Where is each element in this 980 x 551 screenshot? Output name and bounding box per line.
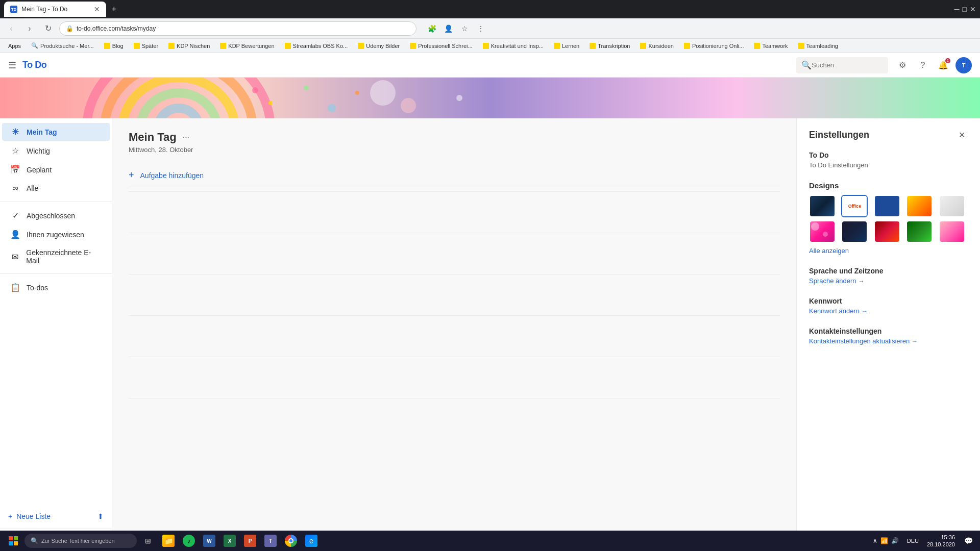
email-icon: ✉ — [10, 252, 20, 262]
settings-icon-btn[interactable]: ⚙ — [894, 57, 911, 73]
close-window-btn[interactable]: ✕ — [970, 5, 976, 13]
design-blue-solid[interactable] — [874, 195, 900, 217]
chevron-up-icon[interactable]: ∧ — [873, 537, 877, 544]
sidebar-item-gekennzeichnete-email[interactable]: ✉ Gekennzeichnete E-Mail — [2, 244, 110, 269]
notification-icon-btn[interactable]: 🔔 1 — [935, 57, 951, 73]
reload-button[interactable]: ↻ — [41, 21, 55, 36]
bookmark-teamleading[interactable]: Teamleading — [794, 42, 842, 50]
taskbar-word[interactable]: W — [200, 532, 218, 550]
forward-button[interactable]: › — [22, 21, 37, 36]
bookmark-kdp-nischen[interactable]: KDP Nischen — [164, 42, 214, 50]
bookmark-kursideen[interactable]: Kursideen — [636, 42, 678, 50]
taskbar-powerpoint[interactable]: P — [241, 532, 259, 550]
svg-point-13 — [456, 95, 462, 101]
bookmark-kdp-bewertungen[interactable]: KDP Bewertungen — [216, 42, 278, 50]
show-all-designs-link[interactable]: Alle anzeigen — [809, 247, 968, 255]
sidebar-item-label-geplant: Geplant — [27, 166, 52, 174]
avatar[interactable]: T — [955, 57, 972, 73]
bookmark-blog[interactable]: Blog — [100, 42, 128, 50]
todo-settings-link[interactable]: To Do Einstellungen — [809, 161, 968, 169]
header-banner — [0, 78, 980, 118]
apps-label: Apps — [8, 43, 21, 49]
svg-point-12 — [355, 91, 359, 95]
contact-update-link[interactable]: Kontakteinstellungen aktualisieren → — [809, 337, 968, 345]
add-task-row[interactable]: + Aufgabe hinzufügen — [129, 164, 780, 187]
check-icon: ✓ — [10, 211, 20, 220]
design-dark-wave[interactable] — [841, 220, 868, 243]
taskbar-chrome[interactable] — [282, 532, 300, 550]
sidebar-item-ihnen-zugewiesen[interactable]: 👤 Ihnen zugewiesen — [2, 226, 110, 243]
design-light-gray[interactable] — [939, 195, 965, 217]
extensions-btn[interactable]: 🧩 — [425, 21, 439, 36]
taskbar-explorer[interactable]: 📁 — [159, 532, 178, 550]
list-icon: 📋 — [10, 283, 20, 292]
sidebar-item-mein-tag[interactable]: ☀ Mein Tag — [2, 123, 110, 141]
address-bar[interactable]: 🔒 to-do.office.com/tasks/myday — [59, 21, 416, 36]
arrow-icon: → — [859, 278, 865, 285]
settings-section-contact: Kontakteinstellungen Kontakteinstellunge… — [809, 327, 968, 345]
bookmark-udemy[interactable]: Udemy Bilder — [354, 42, 404, 50]
new-list-button[interactable]: + Neue Liste ⬆ — [0, 508, 112, 524]
notification-center-icon[interactable]: 💬 — [961, 537, 976, 545]
taskbar-task-view[interactable]: ⊞ — [139, 532, 157, 550]
bookmark-transkription[interactable]: Transkription — [585, 42, 634, 50]
taskbar-spotify[interactable]: ♪ — [180, 532, 198, 550]
hamburger-menu[interactable]: ☰ — [8, 60, 16, 71]
design-dark-blue-inner — [810, 196, 835, 216]
bookmark-kreativitaet[interactable]: Kreativität und Insp... — [479, 42, 548, 50]
bookmark-teamwork[interactable]: Teamwork — [750, 42, 792, 50]
sidebar-item-todos[interactable]: 📋 To-dos — [2, 279, 110, 296]
design-gradient-warm[interactable] — [906, 195, 933, 217]
bookmark-streamlabs[interactable]: Streamlabs OBS Ko... — [281, 42, 352, 50]
bookmark-lernen[interactable]: Lernen — [550, 42, 583, 50]
design-gray-inner — [940, 196, 964, 216]
profile-btn[interactable]: 👤 — [441, 21, 455, 36]
content-area: Mein Tag ··· Mittwoch, 28. Oktober + Auf… — [112, 118, 796, 551]
design-warm-inner — [907, 196, 932, 216]
sidebar-item-wichtig[interactable]: ☆ Wichtig — [2, 142, 110, 160]
bookmark-spaeter[interactable]: Später — [130, 42, 162, 50]
new-tab-button[interactable]: + — [108, 4, 120, 15]
help-icon-btn[interactable]: ? — [915, 57, 931, 73]
language-change-link[interactable]: Sprache ändern → — [809, 277, 968, 285]
sidebar-item-geplant[interactable]: 📅 Geplant — [2, 161, 110, 179]
tab-favicon: TD — [10, 6, 17, 13]
minimize-btn[interactable]: ─ — [954, 5, 960, 13]
design-pink-fade[interactable] — [939, 220, 965, 243]
taskbar-teams[interactable]: T — [261, 532, 280, 550]
design-red-pattern[interactable] — [874, 220, 900, 243]
sidebar-divider-2 — [0, 273, 112, 274]
taskbar-search-box[interactable]: 🔍 Zur Suche Text hier eingeben — [24, 534, 137, 548]
design-green-pattern[interactable] — [906, 220, 933, 243]
password-change-link[interactable]: Kennwort ändern → — [809, 307, 968, 315]
design-office[interactable]: Office — [841, 195, 868, 217]
svg-rect-18 — [9, 541, 13, 545]
sidebar-item-abgeschlossen[interactable]: ✓ Abgeschlossen — [2, 207, 110, 224]
taskbar-edge[interactable]: e — [302, 532, 321, 550]
taskbar-excel[interactable]: X — [220, 532, 239, 550]
sidebar-item-alle[interactable]: ∞ Alle — [2, 180, 110, 197]
settings-title: Einstellungen — [809, 130, 869, 140]
settings-close-btn[interactable]: ✕ — [955, 129, 968, 141]
browser-tab[interactable]: TD Mein Tag - To Do ✕ — [4, 2, 106, 17]
settings-section-designs: Designs Office — [809, 181, 968, 255]
bookmark-btn[interactable]: ☆ — [457, 21, 472, 36]
more-options-btn[interactable]: ··· — [183, 133, 189, 142]
bookmark-professionell[interactable]: Professionell Schrei... — [406, 42, 476, 50]
search-box[interactable]: 🔍 — [796, 57, 888, 73]
sidebar-item-label-mein-tag: Mein Tag — [27, 128, 57, 136]
search-input[interactable] — [812, 61, 883, 69]
apps-bookmark[interactable]: Apps — [4, 42, 25, 50]
svg-point-6 — [370, 80, 396, 106]
tab-close-btn[interactable]: ✕ — [94, 5, 100, 13]
settings-btn[interactable]: ⋮ — [474, 21, 488, 36]
new-list-label: Neue Liste — [16, 512, 51, 520]
content-divider-1 — [129, 191, 780, 192]
bookmark-positionierung[interactable]: Positionierung Onli... — [680, 42, 748, 50]
design-dark-blue[interactable] — [809, 195, 836, 217]
back-button[interactable]: ‹ — [4, 21, 18, 36]
start-button[interactable] — [4, 532, 22, 550]
maximize-btn[interactable]: □ — [963, 5, 967, 13]
bookmark-produktsuche[interactable]: 🔍 Produktsuche - Mer... — [27, 41, 98, 50]
design-pink[interactable] — [809, 220, 836, 243]
